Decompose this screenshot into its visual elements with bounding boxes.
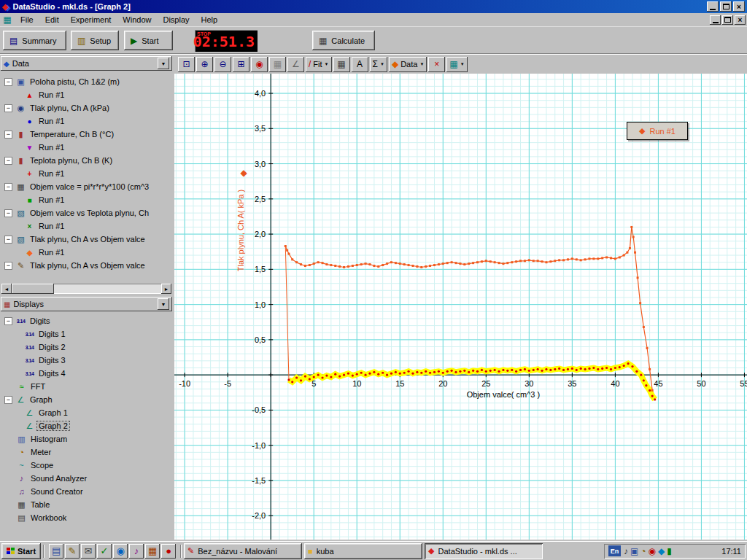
statistics-menu-button[interactable]: Σ▼ — [370, 57, 387, 72]
collapse-toggle-icon[interactable]: − — [4, 183, 12, 191]
text-annotation-button[interactable]: A — [352, 57, 368, 72]
quicklaunch-check-icon[interactable]: ✓ — [97, 544, 112, 559]
tray-power-icon[interactable]: ▮ — [667, 546, 672, 556]
remove-button[interactable]: × — [428, 57, 445, 72]
display-item-digits-1[interactable]: 3.14Digits 1 — [1, 327, 171, 341]
task-kuba[interactable]: ■kuba — [304, 543, 422, 559]
language-indicator[interactable]: En — [608, 545, 621, 556]
data-item-run-1[interactable]: ▼Run #1 — [1, 141, 171, 154]
display-item-graph-2[interactable]: ∠Graph 2 — [1, 419, 171, 432]
display-item-fft[interactable]: ≈FFT — [1, 380, 171, 393]
quicklaunch-desktop-icon[interactable]: ▤ — [49, 544, 63, 559]
fit-menu-button[interactable]: /Fit▼ — [306, 57, 332, 72]
smart-tool-button[interactable]: ◉ — [251, 57, 268, 72]
collapse-toggle-icon[interactable]: − — [4, 236, 12, 244]
task-datastudio-mkl-ds[interactable]: ◆DataStudio - mkl.ds ... — [425, 543, 543, 559]
setup-button[interactable]: ▥ Setup — [71, 31, 119, 50]
collapse-toggle-icon[interactable]: − — [4, 157, 12, 165]
scroll-right-button[interactable]: ► — [161, 284, 171, 294]
data-item-run-1[interactable]: ▲Run #1 — [1, 88, 171, 101]
display-item-graph[interactable]: −∠Graph — [1, 393, 171, 406]
menu-display[interactable]: Display — [157, 14, 195, 26]
tray-antivirus-icon[interactable]: ◉ — [649, 546, 656, 556]
data-item-objem-valce-pi-r-r-y-100-cm-3[interactable]: −▦Objem valce = pi*r*r*y*100 (cm^3 — [1, 180, 171, 193]
calculator-button[interactable]: ▦ — [333, 57, 350, 72]
display-item-meter[interactable]: ◔Meter — [1, 446, 171, 459]
data-item-run-1[interactable]: +Run #1 — [1, 167, 171, 180]
collapse-toggle-icon[interactable]: − — [4, 317, 12, 325]
show-selection-button[interactable]: ▦ — [269, 57, 286, 72]
data-item-temperature-ch-b-c[interactable]: −▮Temperature, Ch B (°C) — [1, 128, 171, 141]
display-item-table[interactable]: ▦Table — [1, 498, 171, 511]
data-item-run-1[interactable]: ■Run #1 — [1, 193, 171, 206]
display-item-workbook[interactable]: ▤Workbook — [1, 511, 171, 524]
child-restore-button[interactable] — [722, 15, 733, 25]
scale-to-fit-button[interactable]: ⊡ — [178, 57, 195, 72]
menu-file[interactable]: File — [15, 14, 39, 26]
menu-window[interactable]: Window — [117, 14, 157, 26]
collapse-toggle-icon[interactable]: − — [4, 104, 12, 112]
zoom-in-button[interactable]: ⊕ — [196, 57, 213, 72]
collapse-toggle-icon[interactable]: − — [4, 131, 12, 139]
calculate-button[interactable]: ▦ Calculate — [312, 31, 375, 50]
tray-display-icon[interactable]: ▣ — [630, 546, 638, 556]
displays-panel-menu-button[interactable]: ▼ — [158, 298, 169, 310]
data-menu-button[interactable]: ◆Data▼ — [389, 57, 427, 72]
quicklaunch-tools-icon[interactable]: ▦ — [145, 544, 160, 559]
graph-settings-menu-button[interactable]: ▦▼ — [446, 57, 467, 72]
zoom-select-button[interactable]: ⊞ — [233, 57, 249, 72]
display-item-digits-3[interactable]: 3.14Digits 3 — [1, 354, 171, 367]
data-panel-menu-button[interactable]: ▼ — [158, 58, 169, 69]
legend[interactable]: ◆ Run #1 — [627, 122, 688, 140]
table-icon: ▦ — [16, 500, 27, 510]
data-item-tlak-plynu-ch-a-kpa[interactable]: −◉Tlak plynu, Ch A (kPa) — [1, 101, 171, 114]
data-item-run-1[interactable]: ●Run #1 — [1, 114, 171, 128]
data-item-run-1[interactable]: ◆Run #1 — [1, 246, 171, 259]
data-item-poloha-pistu-ch-1-2-m[interactable]: −▣Poloha pistu, Ch 1&2 (m) — [1, 75, 171, 88]
minimize-button[interactable] — [707, 1, 719, 12]
display-item-sound-creator[interactable]: ♫Sound Creator — [1, 485, 171, 498]
quicklaunch-mail-icon[interactable]: ✉ — [81, 544, 96, 559]
collapse-toggle-icon[interactable]: − — [4, 209, 12, 217]
restore-button[interactable] — [720, 1, 732, 12]
start-menu-button[interactable]: Start — [1, 543, 41, 559]
display-item-sound-analyzer[interactable]: ♪Sound Analyzer — [1, 472, 171, 485]
collapse-toggle-icon[interactable]: − — [4, 262, 12, 270]
display-item-digits-4[interactable]: 3.14Digits 4 — [1, 367, 171, 380]
data-tree-hscrollbar[interactable]: ◄ ► — [1, 284, 171, 294]
scroll-left-button[interactable]: ◄ — [1, 284, 12, 294]
menu-experiment[interactable]: Experiment — [65, 14, 117, 26]
summary-button[interactable]: ▤ Summary — [3, 31, 66, 50]
data-item-teplota-plynu-ch-b-k[interactable]: −▮Teplota plynu, Ch B (K) — [1, 154, 171, 167]
display-item-digits[interactable]: −3.14Digits — [1, 314, 171, 327]
child-close-button[interactable]: × — [735, 15, 746, 25]
plot-area[interactable]: -10-55101520253035404550554,03,53,02,52,… — [174, 74, 747, 540]
close-button[interactable]: × — [733, 1, 745, 12]
display-item-scope[interactable]: ~Scope — [1, 459, 171, 472]
tray-speaker-icon[interactable]: ♪ — [624, 546, 628, 556]
scrollbar-thumb[interactable] — [12, 284, 54, 294]
task-bez-n-zvu-malov-n[interactable]: ✎Bez_názvu - Malování — [184, 543, 302, 559]
meter-icon: ◔ — [16, 448, 27, 456]
slope-tool-button[interactable]: ∠ — [287, 57, 304, 72]
menu-edit[interactable]: Edit — [39, 14, 65, 26]
collapse-toggle-icon[interactable]: − — [4, 78, 12, 86]
collapse-toggle-icon[interactable]: − — [4, 396, 12, 404]
start-button[interactable]: ▶ Start — [124, 31, 173, 50]
quicklaunch-document-icon[interactable]: ✎ — [65, 544, 80, 559]
data-item-tlak-plynu-ch-a-vs-objem-valce[interactable]: −✎Tlak plynu, Ch A vs Objem valce — [1, 259, 171, 272]
menu-help[interactable]: Help — [196, 14, 224, 26]
tray-update-icon[interactable]: ◆ — [658, 546, 665, 556]
display-item-graph-1[interactable]: ∠Graph 1 — [1, 406, 171, 419]
data-item-run-1[interactable]: ×Run #1 — [1, 219, 171, 233]
quicklaunch-media-icon[interactable]: ♪ — [129, 544, 144, 559]
tray-scheduler-icon[interactable]: ◔ — [640, 546, 646, 556]
zoom-out-button[interactable]: ⊖ — [214, 57, 231, 72]
display-item-histogram[interactable]: ▥Histogram — [1, 432, 171, 446]
quicklaunch-browser-icon[interactable]: ◉ — [113, 544, 128, 559]
quicklaunch-globe-icon[interactable]: ● — [161, 544, 176, 559]
display-item-digits-2[interactable]: 3.14Digits 2 — [1, 341, 171, 354]
data-item-objem-valce-vs-teplota-plynu-ch[interactable]: −▧Objem valce vs Teplota plynu, Ch — [1, 206, 171, 219]
data-item-tlak-plynu-ch-a-vs-objem-valce[interactable]: −▧Tlak plynu, Ch A vs Objem valce — [1, 233, 171, 246]
child-minimize-button[interactable] — [710, 15, 721, 25]
